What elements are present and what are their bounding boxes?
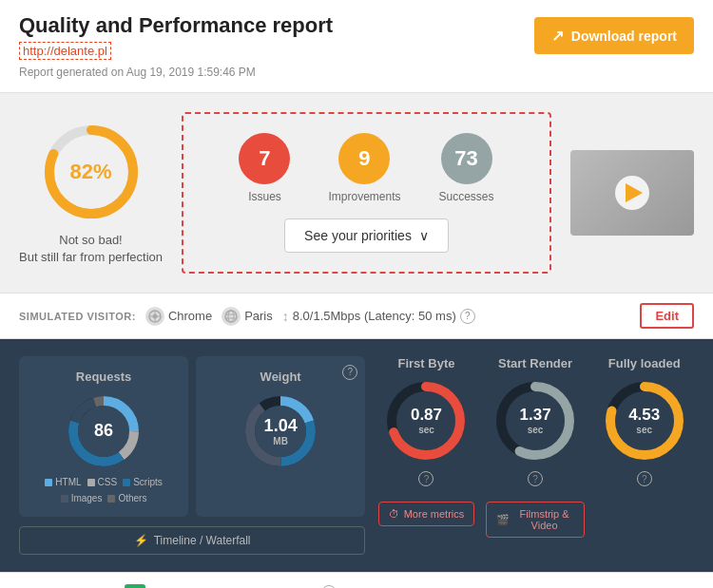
clock-icon: ⏱	[389, 508, 399, 520]
help-icon[interactable]: ?	[460, 309, 475, 324]
edit-button[interactable]: Edit	[640, 303, 694, 329]
score-section: 82% Not so bad! But still far from perfe…	[0, 93, 713, 293]
svg-point-6	[225, 311, 237, 322]
browser-name: Chrome	[168, 309, 212, 323]
browser-warnings-section: Browser warnings 0 OK	[19, 584, 171, 588]
play-button[interactable]	[615, 176, 649, 210]
score-label: Not so bad! But still far from perfectio…	[19, 232, 163, 266]
requests-legend: HTML CSS Scripts Images Others	[32, 477, 175, 503]
score-percent: 82%	[69, 160, 111, 184]
start-render-label: Start Render	[498, 356, 572, 370]
site-url-link[interactable]: http://delante.pl	[19, 42, 111, 60]
requests-donut: 86	[66, 393, 142, 469]
see-priorities-button[interactable]: See your priorities ∨	[284, 218, 449, 253]
download-report-button[interactable]: ↗ Download report	[534, 17, 694, 54]
improvements-item: 9 Improvements	[328, 133, 400, 203]
fully-loaded-value: 4.53 sec	[628, 407, 660, 435]
video-preview	[570, 150, 694, 236]
timeline-button[interactable]: ⚡ Timeline / Waterfall	[19, 526, 365, 555]
issues-count-circle: 7	[239, 133, 290, 184]
page-title: Quality and Performance report	[19, 13, 333, 38]
weight-box: Weight 1.04 MB	[196, 356, 365, 517]
weight-value: 1.04 MB	[264, 417, 298, 446]
play-icon	[626, 183, 643, 202]
fully-loaded-help[interactable]: ?	[637, 471, 652, 486]
browser-icon	[145, 307, 164, 326]
successes-label: Successes	[439, 190, 494, 203]
issues-row: 7 Issues 9 Improvements 73 Successes	[239, 133, 493, 203]
start-render-value: 1.37 sec	[520, 407, 551, 435]
score-donut: 82%	[39, 120, 144, 224]
weight-label: Weight	[260, 370, 301, 384]
first-byte-value: 0.87 sec	[411, 407, 442, 435]
location-name: Paris	[244, 309, 273, 323]
timeline-icon: ⚡	[134, 534, 148, 547]
video-thumbnail[interactable]	[570, 150, 694, 236]
visitor-bar: SIMULATED VISITOR: Chrome	[0, 293, 713, 339]
download-icon: ↗	[551, 27, 564, 45]
requests-box: Requests 86 HTML	[19, 356, 188, 517]
svg-point-7	[228, 311, 234, 322]
first-byte-donut: 0.87 sec	[383, 378, 469, 464]
score-circle: 82% Not so bad! But still far from perfe…	[19, 120, 163, 266]
visitor-label: SIMULATED VISITOR:	[19, 311, 136, 322]
weight-help-icon[interactable]: ?	[342, 365, 357, 380]
warnings-count: 0	[125, 584, 145, 588]
issues-label: Issues	[248, 190, 281, 203]
start-render-help[interactable]: ?	[528, 471, 543, 486]
connection-icon: ↕	[282, 309, 289, 324]
header-left: Quality and Performance report http://de…	[19, 13, 333, 79]
page-header: Quality and Performance report http://de…	[0, 0, 713, 93]
browser-item: Chrome	[145, 307, 212, 326]
requests-value: 86	[94, 422, 113, 441]
visitor-left: SIMULATED VISITOR: Chrome	[19, 307, 475, 326]
successes-count-circle: 73	[441, 133, 492, 184]
first-byte-section: First Byte 0.87 sec ? ⏱ More metrics	[376, 356, 476, 526]
first-byte-label: First Byte	[397, 356, 454, 370]
requests-label: Requests	[76, 370, 132, 384]
chevron-down-icon: ∨	[419, 228, 429, 243]
successes-item: 73 Successes	[439, 133, 494, 203]
connection-speed: 8.0/1.5Mbps (Latency: 50 ms)	[293, 309, 456, 323]
fully-loaded-section: Fully loaded 4.53 sec ?	[594, 356, 694, 486]
improvements-label: Improvements	[328, 190, 400, 203]
issues-area: 7 Issues 9 Improvements 73 Successes See…	[182, 112, 551, 274]
location-icon	[222, 307, 241, 326]
more-metrics-button[interactable]: ⏱ More metrics	[378, 502, 475, 526]
filmstrip-button[interactable]: 🎬 Filmstrip & Video	[486, 502, 586, 538]
first-byte-help[interactable]: ?	[418, 471, 434, 486]
warnings-bar: Browser warnings 0 OK HTTP/2 Ready: 84% …	[0, 572, 713, 588]
generated-date: Report generated on Aug 19, 2019 1:59:46…	[19, 66, 333, 79]
film-icon: 🎬	[496, 514, 510, 526]
start-render-donut: 1.37 sec	[492, 378, 578, 464]
weight-donut: 1.04 MB	[242, 393, 318, 469]
fully-loaded-label: Fully loaded	[608, 356, 681, 370]
issues-item: 7 Issues	[239, 133, 290, 203]
connection-item: ↕ 8.0/1.5Mbps (Latency: 50 ms) ?	[282, 309, 475, 324]
location-item: Paris	[222, 307, 273, 326]
start-render-section: Start Render 1.37 sec ? 🎬 Filmstrip & Vi…	[486, 356, 586, 538]
improvements-count-circle: 9	[338, 133, 390, 184]
fully-loaded-donut: 4.53 sec	[602, 378, 687, 464]
metrics-section: Requests 86 HTML	[0, 339, 713, 572]
